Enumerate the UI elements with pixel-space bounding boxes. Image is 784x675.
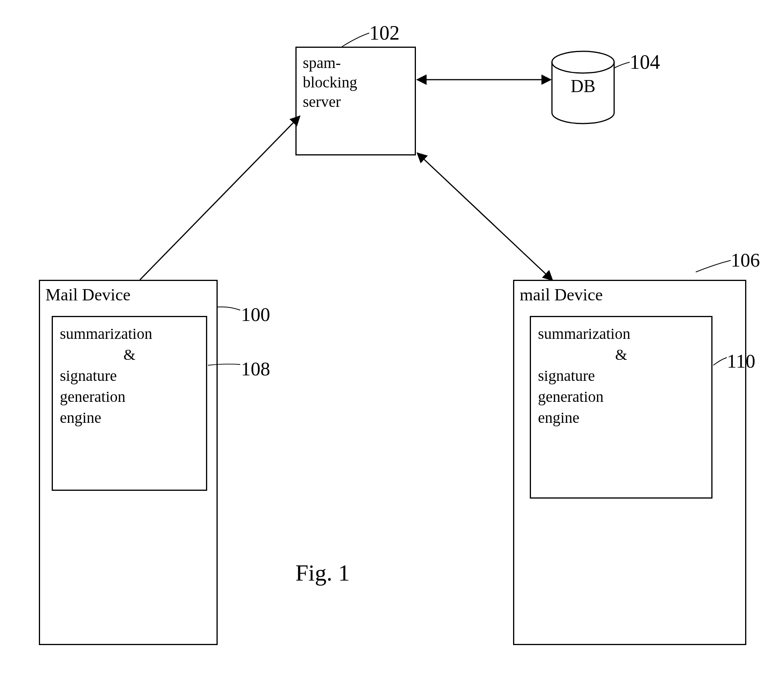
figure-label: Fig. 1 bbox=[295, 560, 350, 586]
mail-left-engine-l2: & bbox=[60, 344, 199, 365]
mail-left-engine-box: summarization & signature generation eng… bbox=[52, 316, 207, 491]
mail-left-ref-100: 100 bbox=[241, 303, 270, 326]
mail-right-engine-text: summarization & signature generation eng… bbox=[531, 317, 711, 434]
mail-right-engine-l5: engine bbox=[538, 407, 704, 428]
mail-left-engine-l3: signature bbox=[60, 365, 199, 386]
mail-right-engine-l1: summarization bbox=[538, 323, 704, 344]
mail-left-engine-l4: generation bbox=[60, 386, 199, 407]
mail-left-engine-l5: engine bbox=[60, 407, 199, 428]
mail-device-left: Mail Device summarization & signature ge… bbox=[39, 280, 218, 645]
spam-server-text: spam- blocking server bbox=[297, 48, 415, 117]
mail-right-ref-110: 110 bbox=[727, 350, 755, 372]
mail-right-engine-l4: generation bbox=[538, 386, 704, 407]
spam-server-box: spam- blocking server bbox=[295, 47, 416, 155]
mail-left-ref-108: 108 bbox=[241, 358, 270, 380]
arrow-server-right bbox=[418, 153, 552, 280]
server-line2: blocking bbox=[303, 73, 409, 92]
diagram-canvas: spam- blocking server 102 DB 104 Mail De… bbox=[0, 0, 784, 675]
server-line3: server bbox=[303, 92, 409, 112]
mail-right-engine-box: summarization & signature generation eng… bbox=[530, 316, 712, 499]
mail-right-engine-l3: signature bbox=[538, 365, 704, 386]
mail-right-title: mail Device bbox=[514, 281, 745, 305]
server-line1: spam- bbox=[303, 53, 409, 73]
mail-device-right: mail Device summarization & signature ge… bbox=[513, 280, 746, 645]
mail-left-title: Mail Device bbox=[40, 281, 217, 305]
db-ref-label: 104 bbox=[630, 51, 660, 73]
mail-right-ref-106: 106 bbox=[731, 249, 760, 271]
arrow-left-to-server bbox=[140, 117, 299, 280]
server-ref-label: 102 bbox=[369, 21, 400, 44]
svg-point-0 bbox=[552, 51, 614, 73]
mail-left-engine-text: summarization & signature generation eng… bbox=[53, 317, 206, 434]
db-label: DB bbox=[571, 76, 595, 96]
mail-left-engine-l1: summarization bbox=[60, 323, 199, 344]
mail-right-engine-l2: & bbox=[538, 344, 704, 365]
